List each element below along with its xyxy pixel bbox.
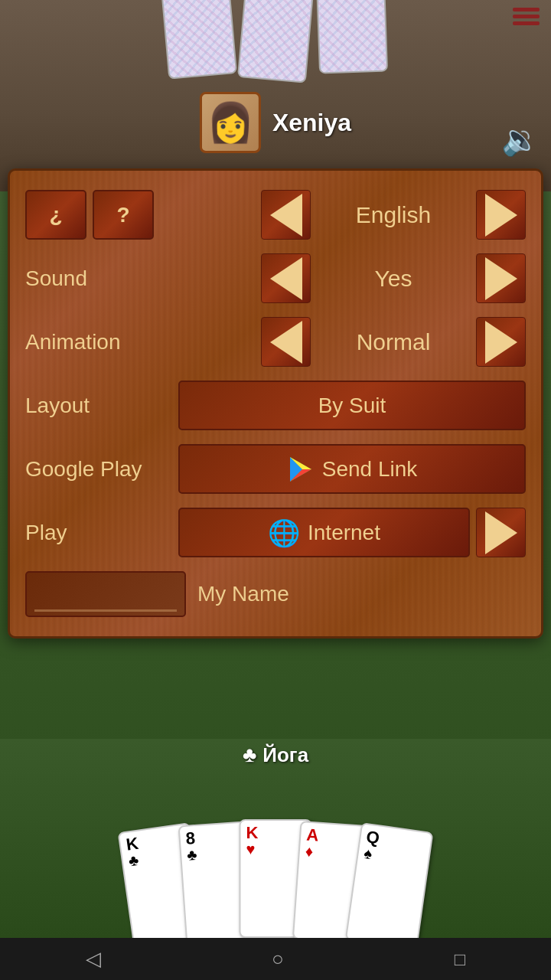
- hamburger-menu[interactable]: [513, 8, 540, 25]
- top-cards-area: [0, 0, 551, 100]
- sound-icon[interactable]: 🔉: [501, 119, 540, 158]
- animation-row: Animation Normal: [25, 317, 526, 367]
- layout-controls: By Suit: [178, 381, 526, 430]
- menu-line-1: [513, 8, 540, 11]
- animation-label: Animation: [25, 330, 178, 354]
- hand-cards: K ♣ 8 ♣ K ♥ A ♦ Q ♠: [125, 819, 427, 938]
- lang-button-1[interactable]: ¿: [25, 190, 86, 240]
- arrow-right-icon: [485, 257, 517, 300]
- play-row: Play 🌐 Internet: [25, 508, 526, 557]
- arrow-left-icon: [270, 194, 302, 237]
- arrow-right-icon: [485, 194, 517, 237]
- recents-button[interactable]: [439, 945, 481, 974]
- menu-line-3: [513, 21, 540, 25]
- animation-prev-button[interactable]: [261, 317, 311, 367]
- sound-controls: Yes: [178, 253, 526, 303]
- play-internet-button[interactable]: 🌐 Internet: [178, 508, 470, 557]
- home-button[interactable]: [256, 943, 299, 975]
- club-icon: ♣: [243, 743, 256, 767]
- language-controls: English: [161, 190, 526, 240]
- my-name-label: My Name: [197, 582, 289, 606]
- layout-label: Layout: [25, 394, 178, 418]
- arrow-right-icon: [485, 511, 517, 554]
- sound-value: Yes: [317, 266, 470, 292]
- play-store-icon: [287, 456, 315, 483]
- google-play-label: Google Play: [25, 457, 178, 482]
- top-right-menu: [513, 8, 540, 25]
- menu-line-2: [513, 15, 540, 18]
- my-name-input[interactable]: [27, 573, 184, 616]
- language-next-button[interactable]: [476, 190, 526, 240]
- name-input-container: [25, 571, 186, 617]
- top-player-info: 👩 Xeniya: [200, 92, 351, 153]
- play-label: Play: [25, 521, 178, 545]
- sound-label: Sound: [25, 266, 178, 291]
- animation-controls: Normal: [178, 317, 526, 367]
- lang-button-2[interactable]: ?: [93, 190, 154, 240]
- google-play-button[interactable]: Send Link: [178, 444, 526, 494]
- play-controls: 🌐 Internet: [178, 508, 526, 557]
- layout-button[interactable]: By Suit: [178, 381, 526, 430]
- sound-prev-button[interactable]: [261, 253, 311, 303]
- globe-icon: 🌐: [268, 518, 300, 548]
- hand-card-5[interactable]: Q ♠: [345, 822, 434, 938]
- top-card-3: [316, 0, 388, 74]
- animation-next-button[interactable]: [476, 317, 526, 367]
- bottom-player-info: ♣ Йога: [243, 743, 308, 767]
- arrow-left-icon: [270, 257, 302, 300]
- sound-next-button[interactable]: [476, 253, 526, 303]
- top-card-1: [161, 0, 237, 80]
- arrow-right-icon: [485, 321, 517, 364]
- my-name-row: My Name: [25, 571, 526, 617]
- layout-row: Layout By Suit: [25, 381, 526, 430]
- avatar: 👩: [200, 92, 261, 153]
- language-row: ¿ ? English: [25, 190, 526, 240]
- bottom-player-name: Йога: [262, 743, 308, 767]
- navigation-bar: [0, 938, 551, 980]
- player-name-top: Xeniya: [272, 109, 351, 137]
- sound-row: Sound Yes: [25, 253, 526, 303]
- play-next-button[interactable]: [476, 508, 526, 557]
- language-prev-button[interactable]: [261, 190, 311, 240]
- animation-value: Normal: [317, 329, 470, 355]
- arrow-left-icon: [270, 321, 302, 364]
- settings-panel: ¿ ? English Sound Yes Animation: [8, 168, 543, 639]
- back-button[interactable]: [70, 943, 116, 975]
- lang-icon-group: ¿ ?: [25, 190, 154, 240]
- google-play-controls: Send Link: [178, 444, 526, 494]
- google-play-row: Google Play Send Link: [25, 444, 526, 494]
- game-bottom: ♣ Йога K ♣ 8 ♣ K ♥ A ♦ Q ♠: [0, 739, 551, 938]
- top-card-2: [237, 0, 314, 83]
- language-value: English: [317, 202, 470, 228]
